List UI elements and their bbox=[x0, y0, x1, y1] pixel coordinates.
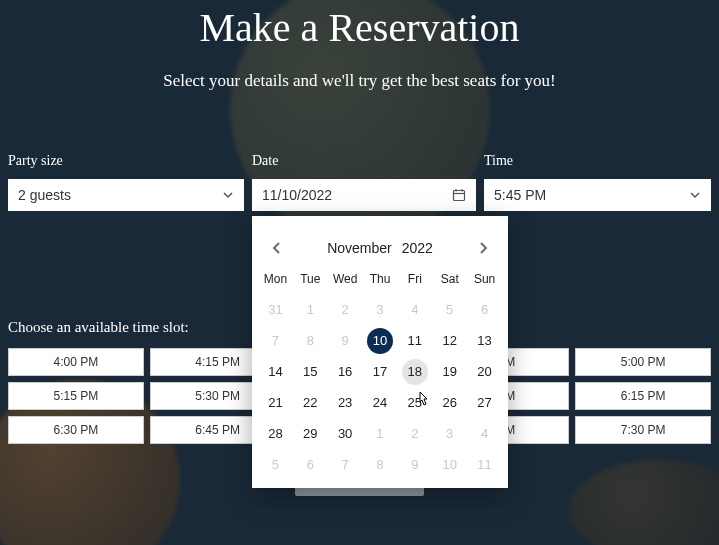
calendar-weekday: Wed bbox=[328, 266, 363, 294]
date-label: Date bbox=[252, 153, 476, 169]
party-size-label: Party size bbox=[8, 153, 244, 169]
time-select[interactable]: 5:45 PM bbox=[484, 179, 711, 211]
calendar-day[interactable]: 18 bbox=[397, 356, 432, 387]
calendar-day[interactable]: 3 bbox=[363, 294, 398, 325]
calendar-day[interactable]: 9 bbox=[397, 449, 432, 480]
calendar-day[interactable]: 13 bbox=[467, 325, 502, 356]
calendar-day[interactable]: 4 bbox=[397, 294, 432, 325]
calendar-year: 2022 bbox=[402, 240, 433, 256]
calendar-day[interactable]: 2 bbox=[328, 294, 363, 325]
calendar-day[interactable]: 9 bbox=[328, 325, 363, 356]
party-size-select[interactable]: 2 guests bbox=[8, 179, 244, 211]
calendar-day[interactable]: 10 bbox=[363, 325, 398, 356]
calendar-day[interactable]: 26 bbox=[432, 387, 467, 418]
calendar-title[interactable]: November 2022 bbox=[324, 240, 436, 256]
calendar-day[interactable]: 28 bbox=[258, 418, 293, 449]
party-size-value: 2 guests bbox=[18, 187, 71, 203]
calendar-day[interactable]: 29 bbox=[293, 418, 328, 449]
calendar-day[interactable]: 19 bbox=[432, 356, 467, 387]
reservation-form: Party size 2 guests Date 11/10/2022 Time bbox=[8, 153, 711, 211]
calendar-weekday: Sun bbox=[467, 266, 502, 294]
calendar-weekday: Fri bbox=[397, 266, 432, 294]
calendar-weekday: Thu bbox=[363, 266, 398, 294]
calendar-day[interactable]: 3 bbox=[432, 418, 467, 449]
calendar-day[interactable]: 11 bbox=[397, 325, 432, 356]
prev-month-button[interactable] bbox=[270, 241, 284, 255]
svg-rect-0 bbox=[454, 191, 465, 201]
time-slot[interactable]: 6:15 PM bbox=[575, 382, 711, 410]
calendar-icon bbox=[452, 188, 466, 202]
calendar-day[interactable]: 27 bbox=[467, 387, 502, 418]
calendar-day[interactable]: 15 bbox=[293, 356, 328, 387]
next-month-button[interactable] bbox=[476, 241, 490, 255]
calendar-day[interactable]: 10 bbox=[432, 449, 467, 480]
page-title: Make a Reservation bbox=[8, 4, 711, 51]
calendar-day[interactable]: 17 bbox=[363, 356, 398, 387]
calendar-day[interactable]: 16 bbox=[328, 356, 363, 387]
calendar-day[interactable]: 8 bbox=[363, 449, 398, 480]
calendar-month: November bbox=[327, 240, 392, 256]
calendar-day[interactable]: 5 bbox=[432, 294, 467, 325]
calendar-day[interactable]: 22 bbox=[293, 387, 328, 418]
calendar-day[interactable]: 2 bbox=[397, 418, 432, 449]
calendar-day[interactable]: 23 bbox=[328, 387, 363, 418]
time-label: Time bbox=[484, 153, 711, 169]
calendar-day[interactable]: 7 bbox=[328, 449, 363, 480]
calendar-day[interactable]: 14 bbox=[258, 356, 293, 387]
calendar-day[interactable]: 7 bbox=[258, 325, 293, 356]
calendar-day[interactable]: 20 bbox=[467, 356, 502, 387]
calendar-day[interactable]: 12 bbox=[432, 325, 467, 356]
calendar-weekday: Mon bbox=[258, 266, 293, 294]
calendar-grid: MonTueWedThuFriSatSun3112345678910111213… bbox=[252, 266, 508, 480]
time-slot[interactable]: 4:00 PM bbox=[8, 348, 144, 376]
calendar-weekday: Tue bbox=[293, 266, 328, 294]
page-subtitle: Select your details and we'll try get th… bbox=[8, 71, 711, 91]
time-slot[interactable]: 5:00 PM bbox=[575, 348, 711, 376]
chevron-down-icon bbox=[689, 189, 701, 201]
calendar-day[interactable]: 8 bbox=[293, 325, 328, 356]
calendar-day[interactable]: 30 bbox=[328, 418, 363, 449]
time-slot[interactable]: 5:15 PM bbox=[8, 382, 144, 410]
date-picker-popup: November 2022 MonTueWedThuFriSatSun31123… bbox=[252, 216, 508, 488]
time-slot[interactable]: 7:30 PM bbox=[575, 416, 711, 444]
calendar-day[interactable]: 1 bbox=[363, 418, 398, 449]
date-value: 11/10/2022 bbox=[262, 187, 332, 203]
calendar-day[interactable]: 25 bbox=[397, 387, 432, 418]
calendar-day[interactable]: 1 bbox=[293, 294, 328, 325]
calendar-day[interactable]: 6 bbox=[467, 294, 502, 325]
calendar-day[interactable]: 11 bbox=[467, 449, 502, 480]
date-input[interactable]: 11/10/2022 bbox=[252, 179, 476, 211]
calendar-day[interactable]: 31 bbox=[258, 294, 293, 325]
calendar-day[interactable]: 5 bbox=[258, 449, 293, 480]
time-slot[interactable]: 6:30 PM bbox=[8, 416, 144, 444]
calendar-day[interactable]: 6 bbox=[293, 449, 328, 480]
calendar-weekday: Sat bbox=[432, 266, 467, 294]
time-value: 5:45 PM bbox=[494, 187, 546, 203]
calendar-day[interactable]: 21 bbox=[258, 387, 293, 418]
calendar-day[interactable]: 4 bbox=[467, 418, 502, 449]
chevron-down-icon bbox=[222, 189, 234, 201]
calendar-day[interactable]: 24 bbox=[363, 387, 398, 418]
